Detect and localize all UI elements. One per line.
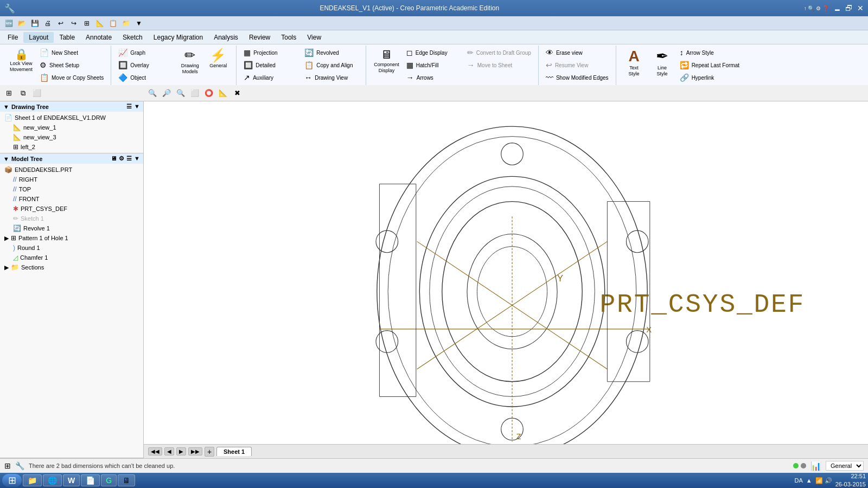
model-tree-header[interactable]: ▼ Model Tree 🖥 ⚙ ☰ ▼ bbox=[0, 153, 143, 164]
copy-align-btn[interactable]: 📋 Copy and Align bbox=[302, 59, 361, 71]
drawing-tree-view1[interactable]: 📐 new_view_1 bbox=[0, 123, 143, 132]
qa-extra2-btn[interactable]: 📋 bbox=[107, 18, 118, 29]
sheet-prev-btn[interactable]: ◀ bbox=[164, 447, 174, 455]
model-tree-revolve1[interactable]: 🔄 Revolve 1 bbox=[0, 223, 143, 233]
model-tree-chamfer1[interactable]: ◿ Chamfer 1 bbox=[0, 253, 143, 262]
qa-extra4-btn[interactable]: ▼ bbox=[133, 18, 144, 29]
add-sheet-btn[interactable]: + bbox=[205, 447, 214, 457]
model-tree-pattern[interactable]: ▶ ⊞ Pattern 1 of Hole 1 bbox=[0, 233, 143, 243]
sheet-tab-1[interactable]: Sheet 1 bbox=[216, 447, 252, 456]
sheet-next-btn[interactable]: ▶ bbox=[176, 447, 186, 455]
qa-redo-btn[interactable]: ↪ bbox=[68, 18, 79, 29]
main-canvas[interactable]: Y X Z PRT_CSYS_DEF SCALE : 1:2 TYPE : PA… bbox=[144, 101, 868, 458]
drawing-tree-dropdown-icon[interactable]: ▼ bbox=[134, 103, 140, 110]
erase-view-btn[interactable]: 👁 Erase view bbox=[543, 47, 611, 59]
model-tree-round1[interactable]: ) Round 1 bbox=[0, 243, 143, 253]
taskbar-explorer[interactable]: 📁 bbox=[23, 474, 42, 486]
zoom-region-btn[interactable]: 📐 bbox=[216, 87, 229, 100]
sheet-setup-btn[interactable]: ⚙ Sheet Setup bbox=[37, 59, 106, 71]
status-dropdown[interactable]: General bbox=[826, 461, 864, 471]
model-tree-right[interactable]: // RIGHT bbox=[0, 175, 143, 184]
qa-extra1-btn[interactable]: 📐 bbox=[94, 18, 105, 29]
revolved-btn[interactable]: 🔄 Revolved bbox=[302, 47, 361, 59]
taskbar-app5[interactable]: G bbox=[101, 474, 117, 486]
lock-view-btn[interactable]: 🔒 Lock ViewMovement bbox=[7, 47, 36, 85]
close-btn[interactable]: ✕ bbox=[857, 4, 864, 12]
model-tree-sketch1[interactable]: ✏ Sketch 1 bbox=[0, 214, 143, 223]
drawing-view-btn[interactable]: ↔ Drawing View bbox=[302, 72, 361, 84]
object-btn[interactable]: 🔷 Object bbox=[116, 72, 175, 84]
menu-analysis[interactable]: Analysis bbox=[208, 32, 244, 43]
model-tree-view-icon[interactable]: 🖥 bbox=[111, 155, 117, 162]
repeat-format-btn[interactable]: 🔁 Repeat Last Format bbox=[677, 59, 742, 71]
menu-annotate[interactable]: Annotate bbox=[80, 32, 117, 43]
model-tree-dropdown-icon[interactable]: ▼ bbox=[134, 155, 140, 162]
taskbar-word[interactable]: W bbox=[63, 474, 80, 486]
hatch-fill-btn[interactable]: ▦ Hatch/Fill bbox=[404, 59, 463, 71]
sheet-last-btn[interactable]: ▶▶ bbox=[188, 447, 202, 455]
qa-open-btn[interactable]: 📂 bbox=[16, 18, 27, 29]
sheet-first-btn[interactable]: ◀◀ bbox=[148, 447, 162, 455]
edge-display-btn[interactable]: ◻ Edge Display bbox=[404, 47, 463, 59]
hyperlink-btn[interactable]: 🔗 Hyperlink bbox=[677, 72, 742, 84]
detailed-btn[interactable]: 🔲 Detailed bbox=[241, 59, 301, 71]
arrows-btn[interactable]: → Arrows bbox=[404, 72, 463, 84]
qa-undo-btn[interactable]: ↩ bbox=[55, 18, 66, 29]
auxiliary-btn[interactable]: ↗ Auxiliary bbox=[241, 72, 301, 84]
zoom-in-btn[interactable]: 🔍 bbox=[146, 87, 159, 100]
move-sheet-btn[interactable]: → Move to Sheet bbox=[464, 59, 534, 71]
overlay-btn[interactable]: 🔲 Overlay bbox=[116, 59, 175, 71]
menu-table[interactable]: Table bbox=[54, 32, 80, 43]
move-copy-sheets-btn[interactable]: 📋 Move or Copy Sheets bbox=[37, 72, 106, 84]
qa-extra3-btn[interactable]: 📁 bbox=[120, 18, 131, 29]
tree-view-btn3[interactable]: ⬜ bbox=[30, 87, 43, 100]
menu-file[interactable]: File bbox=[2, 32, 23, 43]
model-tree-prt-csys[interactable]: ✱ PRT_CSYS_DEF bbox=[0, 204, 143, 214]
drawing-tree-options-icon[interactable]: ☰ bbox=[126, 103, 132, 110]
graph-btn[interactable]: 📈 Graph bbox=[116, 47, 175, 59]
model-tree-front[interactable]: // FRONT bbox=[0, 194, 143, 204]
model-tree-root[interactable]: 📦 ENDEDAEKSEL.PRT bbox=[0, 165, 143, 175]
show-modified-edges-btn[interactable]: 〰 Show Modified Edges bbox=[543, 72, 611, 84]
maximize-btn[interactable]: 🗗 bbox=[845, 4, 853, 12]
taskbar-creo[interactable]: 🖥 bbox=[118, 474, 135, 486]
qa-grid-btn[interactable]: ⊞ bbox=[81, 18, 92, 29]
menu-layout[interactable]: Layout bbox=[23, 32, 54, 43]
model-tree-top[interactable]: // TOP bbox=[0, 184, 143, 194]
qa-print-btn[interactable]: 🖨 bbox=[42, 18, 53, 29]
zoom-circle-btn[interactable]: ⭕ bbox=[202, 87, 215, 100]
menu-tools[interactable]: Tools bbox=[276, 32, 302, 43]
line-style-btn[interactable]: ✒ LineStyle bbox=[649, 47, 676, 85]
taskbar-firefox[interactable]: 🌐 bbox=[43, 474, 62, 486]
drawing-tree-view3[interactable]: 📐 new_view_3 bbox=[0, 132, 143, 142]
drawing-models-btn[interactable]: ✏ DrawingModels bbox=[176, 47, 203, 85]
zoom-out-btn[interactable]: 🔍 bbox=[174, 87, 187, 100]
arrow-style-btn[interactable]: ↕ Arrow Style bbox=[677, 47, 742, 59]
drawing-tree-root[interactable]: 📄 Sheet 1 of ENDEAKSEL_V1.DRW bbox=[0, 113, 143, 123]
new-sheet-btn[interactable]: 📄 New Sheet bbox=[37, 47, 106, 59]
resume-view-btn[interactable]: ↩ Resume View bbox=[543, 59, 611, 71]
component-display-btn[interactable]: 🖥 ComponentDisplay bbox=[371, 47, 403, 85]
menu-sketch[interactable]: Sketch bbox=[117, 32, 148, 43]
general-btn[interactable]: ⚡ General bbox=[205, 47, 232, 85]
model-tree-options-icon[interactable]: ☰ bbox=[126, 155, 132, 162]
drawing-tree-left2[interactable]: ⊞ left_2 bbox=[0, 142, 143, 152]
projection-btn[interactable]: ▦ Projection bbox=[241, 47, 301, 59]
qa-save-btn[interactable]: 💾 bbox=[29, 18, 40, 29]
tree-view-btn1[interactable]: ⊞ bbox=[2, 87, 15, 100]
menu-legacy[interactable]: Legacy Migration bbox=[148, 32, 208, 43]
minimize-btn[interactable]: 🗕 bbox=[833, 4, 841, 12]
zoom-fit-btn[interactable]: ⬜ bbox=[188, 87, 201, 100]
zoom-in2-btn[interactable]: 🔎 bbox=[160, 87, 173, 100]
menu-review[interactable]: Review bbox=[244, 32, 276, 43]
tree-view-btn2[interactable]: ⧉ bbox=[16, 87, 29, 100]
drawing-tree-header[interactable]: ▼ Drawing Tree ☰ ▼ bbox=[0, 101, 143, 112]
model-tree-sections[interactable]: ▶ 📁 Sections bbox=[0, 262, 143, 272]
menu-view[interactable]: View bbox=[302, 32, 327, 43]
model-tree-filter-icon[interactable]: ⚙ bbox=[119, 155, 124, 162]
zoom-extra-btn[interactable]: ✖ bbox=[231, 87, 244, 100]
start-button[interactable]: ⊞ bbox=[2, 474, 22, 487]
convert-draft-btn[interactable]: ✏ Convert to Draft Group bbox=[464, 47, 534, 59]
text-style-btn[interactable]: A TextStyle bbox=[621, 47, 648, 85]
taskbar-app4[interactable]: 📄 bbox=[81, 474, 100, 486]
